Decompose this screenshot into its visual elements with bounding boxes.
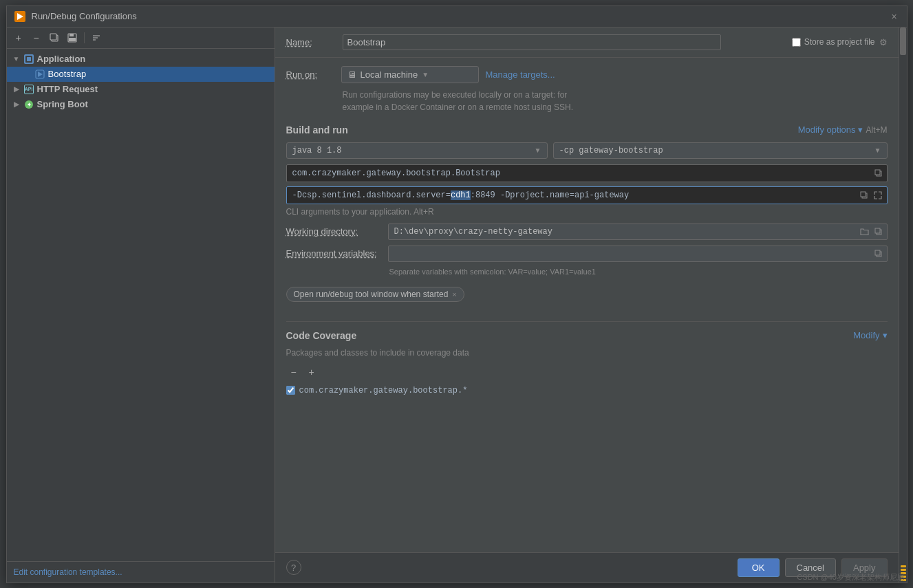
name-row: Name: Store as project file ⚙ xyxy=(275,28,899,58)
tree-item-spring-boot[interactable]: ▶ ✦ Spring Boot xyxy=(7,97,275,112)
right-panel: Name: Store as project file ⚙ Run on: 🖥 xyxy=(275,28,899,582)
working-dir-copy-icon[interactable] xyxy=(872,226,885,238)
scrollbar-thumb[interactable] xyxy=(900,28,906,55)
store-as-project-checkbox[interactable] xyxy=(792,38,801,47)
main-content: + − xyxy=(7,28,907,582)
working-dir-row: Working directory: xyxy=(286,224,888,240)
manage-targets-link[interactable]: Manage targets... xyxy=(486,69,555,80)
http-request-label: HTTP Request xyxy=(37,84,98,94)
svg-rect-22 xyxy=(875,228,880,233)
main-class-icons xyxy=(872,167,885,179)
code-coverage-header: Code Coverage Modify ▾ xyxy=(286,330,888,341)
sort-config-button[interactable] xyxy=(89,30,104,45)
modify-options-button[interactable]: Modify options ▾ Alt+M xyxy=(798,124,888,135)
tool-window-tag: Open run/debug tool window when started … xyxy=(286,287,888,313)
run-on-dropdown[interactable]: 🖥 Local machine ▼ xyxy=(341,66,479,83)
svg-rect-12 xyxy=(27,57,31,61)
classpath-dropdown-arrow: ▼ xyxy=(874,146,881,154)
vm-options-row: -Dcsp.sentinel.dashboard.server=cdh1:884… xyxy=(286,186,888,204)
chevron-spring: ▶ xyxy=(12,100,21,109)
coverage-remove-button[interactable]: − xyxy=(286,364,301,380)
modify-shortcut: Alt+M xyxy=(866,125,887,135)
tool-window-label: Open run/debug tool window when started xyxy=(294,290,449,299)
toolbar-separator xyxy=(84,32,85,43)
env-vars-copy-icon[interactable] xyxy=(872,248,885,260)
spring-boot-label: Spring Boot xyxy=(37,99,88,109)
tag-close-button[interactable]: × xyxy=(452,290,456,298)
run-on-row: Run on: 🖥 Local machine ▼ Manage targets… xyxy=(286,66,888,83)
svg-rect-18 xyxy=(875,170,880,175)
svg-text:✦: ✦ xyxy=(26,102,31,108)
env-vars-label: Environment variables: xyxy=(286,248,383,259)
coverage-toolbar: − + xyxy=(286,364,888,380)
java-classpath-row: java 8 1.8 ▼ -cp gateway-bootstrap ▼ xyxy=(286,142,888,159)
coverage-entry-checkbox[interactable] xyxy=(286,386,295,395)
env-vars-input[interactable] xyxy=(388,246,888,262)
configurations-toolbar: + − xyxy=(7,28,275,49)
scrollbar-track xyxy=(899,28,907,564)
name-label: Name: xyxy=(286,37,334,47)
java-dropdown-arrow: ▼ xyxy=(535,146,541,154)
classpath-dropdown[interactable]: -cp gateway-bootstrap ▼ xyxy=(553,142,888,159)
run-on-hint: Run configurations may be executed local… xyxy=(286,89,888,113)
coverage-add-button[interactable]: + xyxy=(304,364,319,380)
tool-window-pill: Open run/debug tool window when started … xyxy=(286,287,464,302)
store-settings-gear[interactable]: ⚙ xyxy=(879,37,888,47)
main-class-copy-icon[interactable] xyxy=(872,167,885,179)
tree-item-http-request[interactable]: ▶ API HTTP Request xyxy=(7,82,275,97)
right-scrollbar[interactable] xyxy=(899,28,907,582)
watermark: CSDN @40岁资深老架构师尼恩 xyxy=(797,572,905,582)
application-icon xyxy=(23,54,34,65)
add-config-button[interactable]: + xyxy=(11,30,26,45)
dialog-title: Run/Debug Configurations xyxy=(32,11,137,21)
ok-button[interactable]: OK xyxy=(738,558,780,577)
cli-hint: CLI arguments to your application. Alt+R xyxy=(286,207,888,217)
tree-item-application[interactable]: ▼ Application xyxy=(7,52,275,67)
vm-copy-icon[interactable] xyxy=(858,189,870,202)
svg-rect-6 xyxy=(69,38,76,41)
vm-expand-icon[interactable] xyxy=(872,189,884,202)
main-class-row xyxy=(286,164,888,182)
build-run-section-header: Build and run Modify options ▾ Alt+M xyxy=(286,124,888,135)
dialog-icon xyxy=(14,10,26,23)
tree-item-bootstrap[interactable]: ▶ Bootstrap xyxy=(7,67,275,82)
dropdown-arrow-icon: ▼ xyxy=(422,71,429,78)
coverage-entry-row: com.crazymaker.gateway.bootstrap.* xyxy=(286,384,888,398)
svg-rect-24 xyxy=(875,250,880,255)
svg-rect-3 xyxy=(50,34,56,40)
working-dir-folder-icon[interactable] xyxy=(859,226,871,238)
save-config-button[interactable] xyxy=(65,30,80,45)
svg-rect-5 xyxy=(69,34,74,36)
run-on-label: Run on: xyxy=(286,69,334,80)
java-version-dropdown[interactable]: java 8 1.8 ▼ xyxy=(286,142,548,159)
svg-marker-14 xyxy=(38,72,43,77)
chevron-application: ▼ xyxy=(12,55,21,63)
coverage-modify-button[interactable]: Modify ▾ xyxy=(853,330,887,340)
error-mark-1 xyxy=(901,565,906,567)
help-button[interactable]: ? xyxy=(286,560,301,575)
copy-config-button[interactable] xyxy=(47,30,62,45)
working-dir-input[interactable] xyxy=(388,224,888,240)
title-bar: Run/Debug Configurations × xyxy=(7,6,907,28)
coverage-hint: Packages and classes to include in cover… xyxy=(286,348,888,358)
chevron-http: ▶ xyxy=(12,85,21,94)
bootstrap-label: Bootstrap xyxy=(48,69,87,79)
remove-config-button[interactable]: − xyxy=(29,30,44,45)
vm-highlight: cdh1 xyxy=(451,190,471,200)
env-vars-row: Environment variables: xyxy=(286,246,888,262)
build-run-title: Build and run xyxy=(286,124,348,135)
local-machine-icon: 🖥 xyxy=(347,69,356,80)
name-input[interactable] xyxy=(343,34,721,50)
spring-icon: ✦ xyxy=(23,99,34,110)
working-dir-label: Working directory: xyxy=(286,226,383,237)
section-divider xyxy=(286,321,888,322)
close-button[interactable]: × xyxy=(889,11,900,22)
coverage-entry-text: com.crazymaker.gateway.bootstrap.* xyxy=(299,386,468,395)
edit-templates-link[interactable]: Edit configuration templates... xyxy=(7,561,275,582)
code-coverage-title: Code Coverage xyxy=(286,330,357,341)
application-label: Application xyxy=(37,54,86,64)
configurations-tree: ▼ Application ▶ xyxy=(7,49,275,561)
main-class-input[interactable] xyxy=(286,164,888,182)
store-as-project-label[interactable]: Store as project file xyxy=(792,37,875,47)
left-panel: + − xyxy=(7,28,275,582)
